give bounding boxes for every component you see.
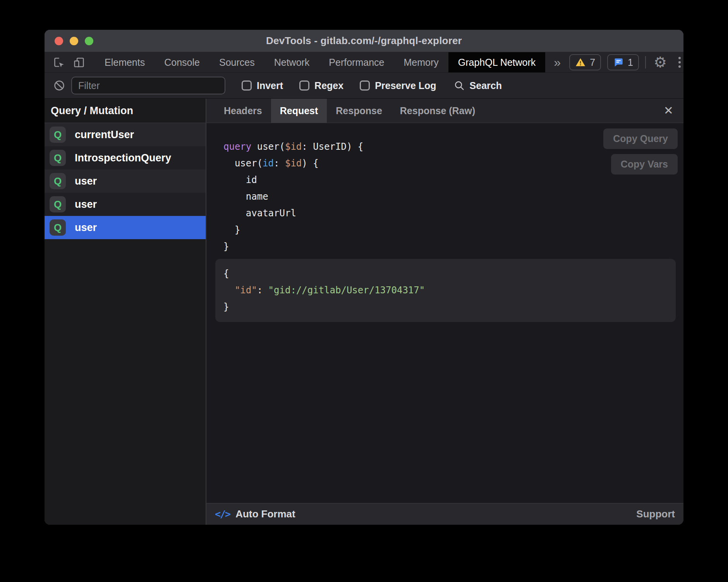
traffic-lights — [55, 30, 93, 52]
detail-tab-response-raw[interactable]: Response (Raw) — [391, 99, 484, 123]
tab-console[interactable]: Console — [155, 52, 209, 72]
query-type-badge: Q — [50, 150, 66, 166]
detail-tab-response[interactable]: Response — [327, 99, 391, 123]
checkbox-invert[interactable]: Invert — [242, 80, 283, 91]
request-list-item[interactable]: Quser — [45, 169, 206, 193]
query-type-badge: Q — [50, 196, 66, 212]
message-count: 1 — [628, 57, 633, 68]
filter-bar: InvertRegexPreserve Log Search — [45, 73, 683, 99]
checkbox-label-invert: Invert — [257, 80, 283, 91]
tab-performance[interactable]: Performance — [319, 52, 394, 72]
device-toolbar-icon[interactable] — [72, 56, 86, 69]
checkbox-box-regex[interactable] — [299, 80, 309, 91]
copy-query-button[interactable]: Copy Query — [603, 128, 678, 149]
minimize-window-button[interactable] — [70, 37, 78, 45]
close-window-button[interactable] — [55, 37, 63, 45]
request-variables-code: { "id": "gid://gitlab/User/13704317"} — [215, 259, 676, 322]
tab-graphql-network[interactable]: GraphQL Network — [448, 52, 546, 72]
request-list: QcurrentUserQIntrospectionQueryQuserQuse… — [45, 123, 206, 239]
tab-network[interactable]: Network — [264, 52, 319, 72]
warning-count: 7 — [590, 57, 595, 68]
warning-icon — [575, 57, 586, 68]
query-type-badge: Q — [50, 173, 66, 189]
message-icon — [613, 57, 624, 68]
toolbar-right-group: 7 1 ⚙ — [569, 52, 683, 72]
code-line: } — [223, 238, 683, 255]
detail-tab-request[interactable]: Request — [271, 99, 327, 123]
query-list-header: Query / Mutation — [45, 99, 206, 123]
search-label: Search — [470, 80, 502, 91]
detail-tab-headers[interactable]: Headers — [215, 99, 271, 123]
request-name: currentUser — [75, 129, 134, 141]
window-title: DevTools - gitlab.com/-/graphql-explorer — [266, 35, 462, 47]
code-line: } — [223, 222, 683, 238]
titlebar: DevTools - gitlab.com/-/graphql-explorer — [45, 30, 683, 52]
code-line: avatarUrl — [223, 205, 683, 222]
request-name: user — [75, 222, 97, 234]
detail-tab-strip: HeadersRequestResponseResponse (Raw)✕ — [206, 99, 683, 123]
code-line: } — [223, 299, 676, 315]
toolbar-divider — [645, 56, 646, 68]
tab-elements[interactable]: Elements — [95, 52, 155, 72]
zoom-window-button[interactable] — [85, 37, 93, 45]
support-link[interactable]: Support — [636, 508, 675, 520]
filter-options: InvertRegexPreserve Log — [225, 80, 436, 91]
request-list-item[interactable]: Quser — [45, 193, 206, 216]
code-line: "id": "gid://gitlab/User/13704317" — [223, 282, 676, 299]
detail-panel: HeadersRequestResponseResponse (Raw)✕ qu… — [206, 99, 683, 525]
request-list-item[interactable]: QcurrentUser — [45, 123, 206, 146]
warnings-badge[interactable]: 7 — [569, 54, 601, 70]
request-list-item[interactable]: QIntrospectionQuery — [45, 146, 206, 169]
more-tabs-chevron[interactable]: » — [545, 52, 569, 72]
settings-gear-icon[interactable]: ⚙ — [652, 55, 668, 70]
auto-format-button[interactable]: Auto Format — [235, 508, 295, 520]
devtools-window: DevTools - gitlab.com/-/graphql-explorer… — [45, 30, 683, 525]
checkbox-box-preserve-log[interactable] — [360, 80, 370, 91]
checkbox-box-invert[interactable] — [242, 80, 252, 91]
auto-format-icon: </> — [215, 508, 230, 520]
messages-badge[interactable]: 1 — [607, 54, 639, 70]
detail-footer: </> Auto Format Support — [206, 503, 683, 525]
copy-buttons: Copy Query Copy Vars — [603, 128, 678, 175]
inspect-element-icon[interactable] — [52, 56, 65, 69]
request-tab-body: query user($id: UserID) { user(id: $id) … — [206, 123, 683, 503]
query-type-badge: Q — [50, 219, 66, 236]
request-list-item[interactable]: Quser — [45, 216, 206, 239]
search-button[interactable]: Search — [453, 80, 502, 91]
search-icon — [453, 80, 465, 91]
request-name: IntrospectionQuery — [75, 152, 171, 164]
tab-memory[interactable]: Memory — [394, 52, 448, 72]
code-line: { — [223, 265, 676, 282]
checkbox-preserve-log[interactable]: Preserve Log — [360, 80, 436, 91]
code-line: name — [223, 188, 683, 205]
query-type-badge: Q — [50, 127, 66, 143]
query-list-panel: Query / Mutation QcurrentUserQIntrospect… — [45, 99, 206, 525]
request-name: user — [75, 175, 97, 187]
devtools-tab-strip: ElementsConsoleSourcesNetworkPerformance… — [95, 52, 545, 72]
tab-sources[interactable]: Sources — [209, 52, 264, 72]
copy-vars-button[interactable]: Copy Vars — [611, 154, 678, 175]
filter-input[interactable] — [71, 77, 225, 94]
checkbox-label-preserve-log: Preserve Log — [375, 80, 436, 91]
customize-devtools-kebab-icon[interactable] — [675, 57, 683, 68]
checkbox-regex[interactable]: Regex — [299, 80, 343, 91]
request-name: user — [75, 199, 97, 211]
checkbox-label-regex: Regex — [314, 80, 343, 91]
main-content: Query / Mutation QcurrentUserQIntrospect… — [45, 99, 683, 525]
devtools-toolbar: ElementsConsoleSourcesNetworkPerformance… — [45, 52, 683, 73]
clear-block-icon[interactable] — [53, 79, 65, 92]
close-detail-icon[interactable]: ✕ — [664, 105, 673, 116]
